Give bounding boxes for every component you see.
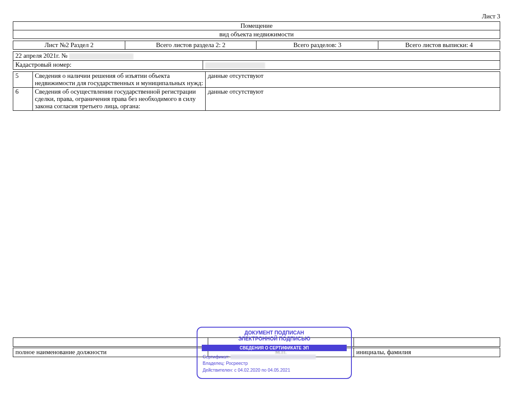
footer-blank-cell — [354, 338, 500, 347]
redacted-number — [69, 53, 133, 59]
object-subtitle: вид объекта недвижимости — [13, 30, 500, 39]
table-row: 5 Сведения о наличии решения об изъятии … — [13, 72, 500, 88]
stamp-bar: СВЕДЕНИЯ О СЕРТИФИКАТЕ ЭП — [202, 345, 347, 351]
stamp-valid-label: Действителен: — [203, 367, 233, 373]
meta-section-sheets: Всего листов раздела 2: 2 — [125, 41, 256, 50]
position-label: полное наименование должности — [13, 348, 208, 357]
row-number: 6 — [13, 88, 33, 111]
stamp-title-line1: ДОКУМЕНТ ПОДПИСАН — [203, 330, 346, 336]
registration-numbers-table: 22 апреля 2021г. № Кадастровый номер: — [13, 51, 500, 70]
row-label: Сведения об осуществлении государственно… — [32, 88, 205, 111]
row-value: данные отсутствуют — [205, 72, 500, 88]
stamp-cert-row: Сертификат: — [203, 354, 346, 361]
stamp-owner-label: Владелец: — [203, 361, 225, 366]
date-number-row: 22 апреля 2021г. № — [13, 52, 500, 61]
stamp-owner-value: Росреестр — [226, 361, 248, 366]
stamp-valid-row: Действителен: с 04.02.2020 по 04.05.2021 — [203, 367, 346, 374]
meta-total-sections: Всего разделов: 3 — [256, 41, 378, 50]
object-title: Помещение — [13, 22, 500, 30]
stamp-valid-value: с 04.02.2020 по 04.05.2021 — [234, 367, 290, 373]
cadastral-value — [203, 61, 500, 70]
date-number-label: 22 апреля 2021г. № — [15, 52, 68, 59]
footer-blank-cell — [13, 338, 208, 347]
page-number: Лист 3 — [13, 13, 500, 20]
row-label: Сведения о наличии решения об изъятии об… — [32, 72, 205, 88]
row-number: 5 — [13, 72, 33, 88]
header-table: Помещение вид объекта недвижимости — [13, 21, 500, 39]
stamp-owner-row: Владелец: Росреестр — [203, 360, 346, 367]
data-table: 5 Сведения о наличии решения об изъятии … — [13, 71, 500, 111]
redacted-cert — [230, 355, 316, 359]
digital-signature-stamp: ДОКУМЕНТ ПОДПИСАН ЭЛЕКТРОННОЙ ПОДПИСЬЮ С… — [197, 327, 352, 379]
meta-row-table: Лист №2 Раздел 2 Всего листов раздела 2:… — [13, 41, 500, 50]
redacted-cadastral — [205, 62, 265, 68]
cadastral-label: Кадастровый номер: — [13, 61, 203, 70]
table-row: 6 Сведения об осуществлении государствен… — [13, 88, 500, 111]
initials-label: инициалы, фамилия — [354, 348, 500, 357]
stamp-title-line2: ЭЛЕКТРОННОЙ ПОДПИСЬЮ — [203, 336, 346, 342]
row-value: данные отсутствуют — [205, 88, 500, 111]
meta-total-sheets: Всего листов выписки: 4 — [378, 41, 500, 50]
stamp-cert-label: Сертификат: — [203, 354, 229, 359]
meta-sheet-section: Лист №2 Раздел 2 — [13, 41, 125, 50]
